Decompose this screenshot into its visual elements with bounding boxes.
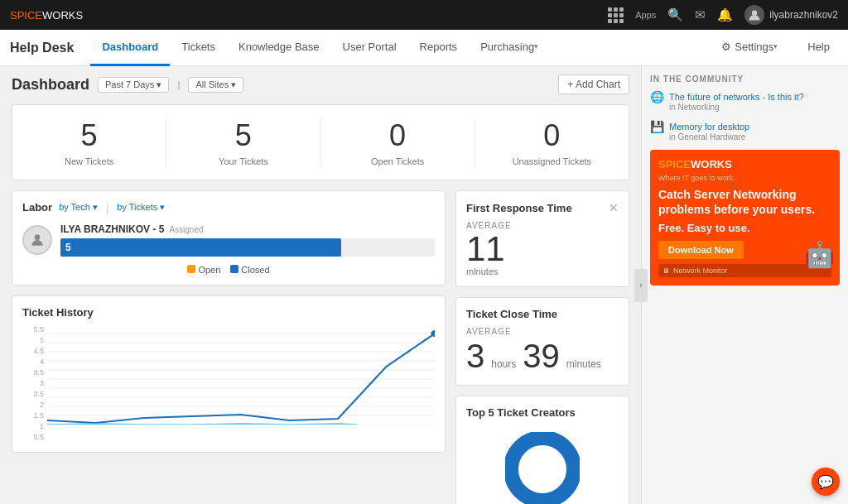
y-label-05: 0.5 xyxy=(33,433,44,441)
user-name: ILYA BRAZHNIKOV - 5 xyxy=(60,223,164,235)
logo-spice: SPICE xyxy=(10,9,42,22)
sidebar-collapse-handle[interactable]: › xyxy=(634,269,648,302)
ad-subtitle: Where IT goes to work. xyxy=(658,174,831,182)
labor-filter-divider: | xyxy=(106,201,108,214)
first-response-header: First Response Time ✕ xyxy=(466,201,619,214)
settings-link[interactable]: ⚙ Settings ▾ xyxy=(713,30,786,66)
labor-user-row: ILYA BRAZHNIKOV - 5 Assigned 5 xyxy=(22,223,435,257)
nav-tab-right: ⚙ Settings ▾ Help xyxy=(713,30,838,66)
community-text-1: Memory for desktop in General Hardware xyxy=(669,120,749,142)
dashboard-header: Dashboard Past 7 Days ▾ | All Sites ▾ + … xyxy=(12,74,629,94)
apps-icon[interactable] xyxy=(608,7,624,23)
community-item-0: 🌐 The future of networks - Is this it? i… xyxy=(650,90,840,112)
labor-widget: Labor by Tech ▾ | by Tickets ▾ ILYA xyxy=(12,190,446,286)
tab-dashboard[interactable]: Dashboard xyxy=(90,30,170,66)
main-wrapper: Dashboard Past 7 Days ▾ | All Sites ▾ + … xyxy=(0,66,641,504)
open-tickets-label: Open Tickets xyxy=(321,156,475,166)
unassigned-tickets-number: 0 xyxy=(475,118,629,153)
svg-point-15 xyxy=(526,453,559,486)
close-minutes-number: 39 xyxy=(523,338,560,375)
y-label-55: 5.5 xyxy=(33,325,44,334)
top-creators-widget: Top 5 Ticket Creators xyxy=(455,396,629,504)
chat-bubble[interactable]: 💬 xyxy=(812,468,840,496)
y-label-35: 3.5 xyxy=(33,368,44,377)
top-navigation: SPICEWORKS Apps 🔍 ✉ 🔔 ilyabrazhnikov2 xyxy=(0,0,848,30)
avatar xyxy=(744,5,764,25)
y-label-3: 3 xyxy=(40,379,44,387)
search-icon[interactable]: 🔍 xyxy=(667,7,683,22)
labor-tickets-filter[interactable]: by Tickets ▾ xyxy=(117,202,165,213)
mail-icon[interactable]: ✉ xyxy=(695,7,706,22)
add-chart-button[interactable]: + Add Chart xyxy=(558,74,629,94)
chart-svg-container xyxy=(47,325,435,425)
community-item-1: 💾 Memory for desktop in General Hardware xyxy=(650,120,840,142)
time-display: 3 hours 39 minutes xyxy=(466,338,619,375)
new-tickets-number: 5 xyxy=(12,118,166,153)
stats-row: 5 New Tickets 5 Your Tickets 0 Open Tick… xyxy=(12,104,629,180)
ad-cta-button[interactable]: Download Now xyxy=(658,241,744,259)
tab-tickets[interactable]: Tickets xyxy=(170,30,227,66)
filter-separator: | xyxy=(177,79,180,89)
dashboard-title-text: Dashboard xyxy=(12,76,89,94)
first-response-close[interactable]: ✕ xyxy=(609,201,619,214)
y-label-25: 2.5 xyxy=(33,390,44,398)
help-link[interactable]: Help xyxy=(799,30,838,66)
tab-reports[interactable]: Reports xyxy=(408,30,470,66)
community-link-1[interactable]: Memory for desktop xyxy=(669,122,749,132)
first-response-widget: First Response Time ✕ AVERAGE 11 minutes xyxy=(455,190,629,287)
first-response-content: AVERAGE 11 minutes xyxy=(466,221,619,276)
close-hours-label: hours xyxy=(491,358,516,370)
svg-point-1 xyxy=(35,234,41,240)
assigned-label: Assigned xyxy=(169,225,203,234)
y-label-1: 1 xyxy=(40,422,44,430)
legend-open-label: Open xyxy=(198,265,220,275)
labor-title: Labor xyxy=(22,201,52,214)
open-tickets-number: 0 xyxy=(321,118,475,153)
stat-unassigned-tickets: 0 Unassigned Tickets xyxy=(475,118,629,166)
ticket-history-title: Ticket History xyxy=(22,306,435,319)
tab-knowledge-base[interactable]: Knowledge Base xyxy=(227,30,331,66)
ad-logo: SPICEWORKS xyxy=(658,158,831,170)
tab-user-portal[interactable]: User Portal xyxy=(331,30,408,66)
top-creators-title: Top 5 Ticket Creators xyxy=(466,406,619,419)
ad-footer-icon: 🖥 xyxy=(662,266,670,275)
site-filter-button[interactable]: All Sites ▾ xyxy=(188,77,243,93)
time-filter-button[interactable]: Past 7 Days ▾ xyxy=(98,77,169,93)
community-icon-1: 💾 xyxy=(650,120,664,133)
apps-label[interactable]: Apps xyxy=(635,10,656,20)
user-avatar-circle xyxy=(22,225,52,255)
close-hours-number: 3 xyxy=(466,338,484,375)
your-tickets-number: 5 xyxy=(166,118,320,153)
first-response-unit: minutes xyxy=(466,266,619,276)
ad-character-icon: 🤖 xyxy=(804,240,835,269)
new-tickets-label: New Tickets xyxy=(12,156,166,166)
user-info[interactable]: ilyabrazhnikov2 xyxy=(744,5,838,25)
dashboard-title: Dashboard Past 7 Days ▾ | All Sites ▾ xyxy=(12,76,243,94)
close-minutes-label: minutes xyxy=(566,358,601,370)
sidebar: IN THE COMMUNITY 🌐 The future of network… xyxy=(641,66,848,504)
stat-open-tickets: 0 Open Tickets xyxy=(321,118,475,166)
svg-point-0 xyxy=(752,10,757,15)
logo[interactable]: SPICEWORKS xyxy=(10,9,83,22)
secondary-navigation: Help Desk Dashboard Tickets Knowledge Ba… xyxy=(0,30,848,66)
main-content: Dashboard Past 7 Days ▾ | All Sites ▾ + … xyxy=(0,66,641,504)
tab-purchasing[interactable]: Purchasing ▾ xyxy=(469,30,550,66)
help-desk-title: Help Desk xyxy=(10,41,74,55)
legend-closed-label: Closed xyxy=(241,265,269,275)
first-response-title: First Response Time xyxy=(466,202,609,214)
chart-svg xyxy=(47,325,435,425)
stat-new-tickets: 5 New Tickets xyxy=(12,118,166,166)
ticket-close-widget: Ticket Close Time AVERAGE 3 hours 39 min… xyxy=(455,297,629,386)
first-response-number: 11 xyxy=(466,232,619,266)
ad-footer-label: Network Monitor xyxy=(673,266,728,275)
bell-icon[interactable]: 🔔 xyxy=(717,7,733,22)
creators-donut-chart xyxy=(466,425,619,504)
ad-free-text: Free. Easy to use. xyxy=(658,222,831,234)
labor-tech-filter[interactable]: by Tech ▾ xyxy=(59,202,98,213)
ticket-close-title: Ticket Close Time xyxy=(466,308,619,320)
chat-icon: 💬 xyxy=(817,474,834,490)
top-nav-right: Apps 🔍 ✉ 🔔 ilyabrazhnikov2 xyxy=(608,5,838,25)
bar-track: 5 xyxy=(60,238,435,257)
community-link-0[interactable]: The future of networks - Is this it? xyxy=(669,92,804,102)
username-label: ilyabrazhnikov2 xyxy=(769,9,838,21)
